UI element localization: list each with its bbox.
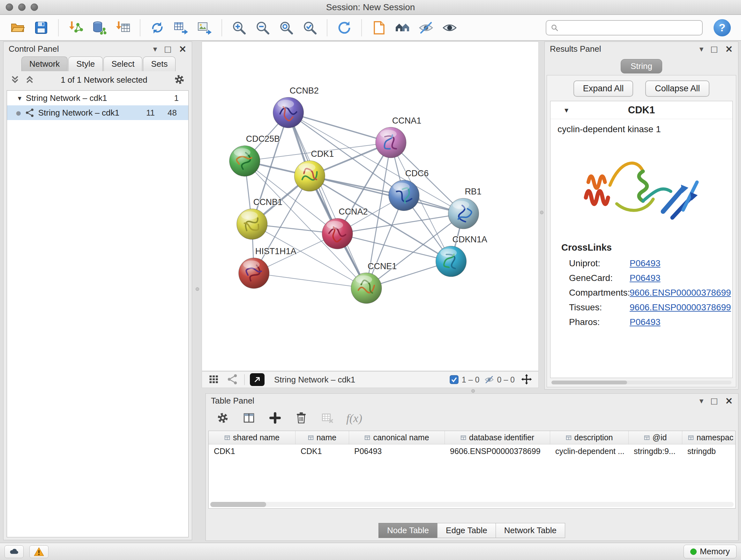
zoom-out-button[interactable] — [253, 18, 273, 38]
bottom-splitter-handle[interactable] — [471, 389, 475, 393]
zoom-window-button[interactable] — [30, 3, 38, 11]
network-node-ccnb1[interactable]: CCNB1 — [237, 197, 282, 240]
hide-selected-button[interactable] — [416, 18, 436, 38]
network-node-hist1h1a[interactable]: HIST1H1A — [239, 246, 296, 289]
network-node-ccnb2[interactable]: CCNB2 — [273, 86, 319, 128]
tab-network[interactable]: Network — [21, 57, 68, 71]
column-header-shared-name[interactable]: shared name — [209, 431, 295, 444]
function-builder-button[interactable]: f(x) — [346, 412, 362, 425]
panel-float-icon[interactable]: □ — [711, 45, 718, 53]
network-node-rb1[interactable]: RB1 — [448, 187, 482, 229]
results-scrollbar-thumb[interactable] — [551, 381, 627, 384]
warning-icon — [34, 547, 44, 557]
column-header-id[interactable]: @id — [629, 431, 682, 444]
network-list-button[interactable] — [226, 373, 239, 386]
crosslink-link-uniprot[interactable]: P06493 — [630, 258, 661, 268]
section-collapse-icon[interactable]: ▾ — [564, 106, 568, 115]
panel-float-icon[interactable]: □ — [711, 397, 718, 405]
help-button[interactable]: ? — [714, 19, 731, 37]
pan-mode-button[interactable] — [520, 373, 533, 386]
right-splitter-handle[interactable] — [540, 211, 543, 214]
zoom-fit-button[interactable] — [276, 18, 296, 38]
crosslink-link-tissues[interactable]: 9606.ENSP00000378699 — [630, 302, 731, 313]
crosslink-link-compartments[interactable]: 9606.ENSP00000378699 — [630, 288, 731, 298]
column-header-name[interactable]: name — [295, 431, 349, 444]
crosslink-link-genecard[interactable]: P06493 — [630, 273, 661, 283]
tab-node-table[interactable]: Node Table — [379, 523, 437, 538]
network-row-selected[interactable]: ● String Network – cdk1 11 48 — [7, 105, 188, 120]
home-view-button[interactable] — [393, 18, 412, 38]
tab-network-table[interactable]: Network Table — [495, 523, 565, 538]
network-options-button[interactable] — [173, 73, 186, 86]
table-row[interactable]: CDK1CDK1P064939606.ENSP00000378699cyclin… — [209, 444, 735, 458]
close-window-button[interactable] — [6, 3, 13, 11]
selected-checkbox-icon[interactable] — [449, 375, 459, 384]
network-node-cdk1[interactable]: CDK1 — [294, 149, 334, 191]
tree-expand-icon[interactable]: ▾ — [18, 94, 21, 102]
hidden-eye-slash-icon[interactable] — [484, 375, 494, 384]
crosslink-link-pharos[interactable]: P06493 — [630, 317, 661, 327]
expand-all-button[interactable]: Expand All — [574, 80, 633, 97]
table-scrollbar-thumb[interactable] — [210, 502, 266, 507]
import-network-file-button[interactable] — [66, 18, 85, 38]
minimize-window-button[interactable] — [18, 3, 25, 11]
panel-menu-icon[interactable]: ▾ — [153, 45, 157, 53]
panel-menu-icon[interactable]: ▾ — [699, 45, 704, 53]
panel-menu-icon[interactable]: ▾ — [699, 397, 704, 405]
network-share-icon — [25, 108, 35, 118]
network-canvas[interactable]: CCNB2CCNA1CDC25BCDK1CDC6RB1CCNB1CCNA2CDK… — [202, 42, 538, 371]
search-input[interactable] — [562, 23, 697, 33]
tab-string[interactable]: String — [621, 59, 662, 73]
table-settings-button[interactable] — [215, 411, 230, 426]
panel-close-icon[interactable]: × — [725, 396, 733, 406]
results-horizontal-scrollbar[interactable] — [551, 381, 731, 384]
tab-style[interactable]: Style — [68, 57, 103, 71]
collapse-all-button[interactable] — [9, 74, 21, 85]
network-view[interactable]: CCNB2CCNA1CDC25BCDK1CDC6RB1CCNB1CCNA2CDK… — [202, 42, 539, 371]
table-horizontal-scrollbar[interactable] — [210, 502, 734, 507]
tab-select[interactable]: Select — [104, 57, 142, 71]
show-columns-button[interactable] — [242, 411, 256, 426]
clone-network-button[interactable] — [147, 18, 167, 38]
refresh-layout-button[interactable] — [334, 18, 354, 38]
zoom-in-button[interactable] — [229, 18, 249, 38]
tab-edge-table[interactable]: Edge Table — [437, 523, 496, 538]
annotation-document-button[interactable] — [369, 18, 389, 38]
gene-card-header[interactable]: ▾ CDK1 — [550, 101, 732, 119]
cloud-status-button[interactable] — [4, 545, 23, 558]
network-node-cdc25b[interactable]: CDC25B — [229, 134, 280, 176]
zoom-selected-button[interactable] — [300, 18, 320, 38]
network-node-cdkn1a[interactable]: CDKN1A — [436, 235, 487, 277]
delete-column-button[interactable] — [294, 411, 309, 426]
column-header-canonical-name[interactable]: canonical name — [349, 431, 445, 444]
warnings-button[interactable] — [29, 545, 49, 558]
export-image-button[interactable] — [195, 18, 214, 38]
new-network-from-table-button[interactable] — [171, 18, 191, 38]
panel-close-icon[interactable]: × — [179, 44, 187, 54]
network-edge[interactable] — [288, 113, 391, 143]
create-column-button[interactable] — [268, 411, 282, 426]
left-splitter-handle[interactable] — [196, 287, 199, 291]
open-session-button[interactable] — [8, 18, 27, 38]
show-all-button[interactable] — [440, 18, 460, 38]
import-network-database-button[interactable] — [89, 18, 109, 38]
column-header-namespac[interactable]: namespac — [682, 431, 736, 444]
tab-sets[interactable]: Sets — [143, 57, 176, 71]
panel-float-icon[interactable]: □ — [164, 45, 172, 53]
save-session-button[interactable] — [31, 18, 51, 38]
expand-all-button[interactable] — [24, 74, 36, 85]
network-node-ccne1[interactable]: CCNE1 — [351, 261, 397, 304]
column-header-description[interactable]: description — [550, 431, 629, 444]
network-edge[interactable] — [310, 176, 463, 213]
grid-view-button[interactable] — [207, 373, 220, 386]
detach-view-button[interactable] — [250, 373, 265, 386]
network-node-ccna1[interactable]: CCNA1 — [376, 116, 421, 158]
network-collection-row[interactable]: ▾ String Network – cdk1 1 — [7, 91, 188, 105]
network-edge[interactable] — [254, 273, 366, 288]
panel-close-icon[interactable]: × — [725, 44, 733, 54]
import-table-button[interactable] — [113, 18, 133, 38]
network-edge[interactable] — [288, 113, 366, 288]
collapse-all-button[interactable]: Collapse All — [645, 80, 710, 97]
memory-button[interactable]: Memory — [684, 545, 737, 558]
column-header-database-identifier[interactable]: database identifier — [445, 431, 550, 444]
